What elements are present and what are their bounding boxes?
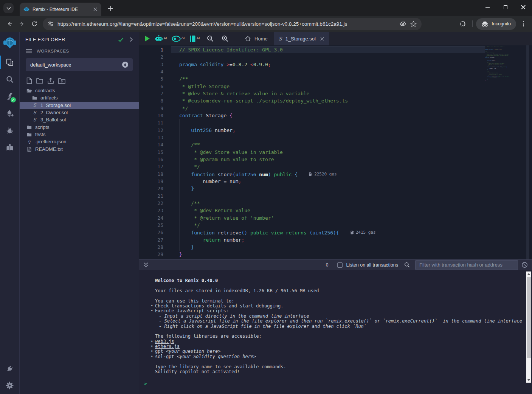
terminal-line [139,359,532,364]
code-line: uint256 number; [171,127,485,134]
terminal-line: •web3.js [139,339,532,344]
terminal-prompt[interactable]: > [139,381,532,386]
code-line: * @dev Store & retrieve value in a varia… [171,90,485,97]
indent-guide [179,134,180,141]
workspace-switch-icon [122,62,128,68]
gas-estimate: 2415 gas [351,229,376,236]
upload-file-button[interactable] [47,78,54,84]
new-folder-button[interactable] [36,78,43,84]
workspace-select[interactable]: default_workspace [26,58,133,71]
transaction-filter-input[interactable] [415,260,518,270]
file-tree-label: scripts [35,124,50,130]
maximize-button[interactable] [496,0,514,14]
clear-console-button[interactable] [521,262,528,268]
terminal-search-icon[interactable] [404,262,410,268]
tab-close-button[interactable] [93,7,98,11]
sidebar-item-search[interactable] [0,71,20,88]
remixai-assistant-button[interactable]: AI [155,35,167,42]
zoom-out-button[interactable] [207,35,214,42]
file-tree-item[interactable]: README.txt [20,145,139,152]
code-line: * @title Storage [171,83,485,90]
sidebar-item-deploy-and-run[interactable] [0,105,20,122]
close-tab-icon[interactable] [320,37,324,40]
file-tree-item[interactable]: artifacts [20,94,139,101]
terminal-line [139,329,532,334]
ai-label: AI [164,36,167,42]
indent-guide [179,236,180,244]
bookmark-star-icon[interactable] [410,21,417,27]
code-area[interactable]: // SPDX-License-Identifier: GPL-3.0pragm… [171,45,485,259]
url-text[interactable]: https://remix.ethereum.org/#lang=en&opti… [57,21,396,27]
file-tree-item[interactable]: tests [20,131,139,138]
editor-minimap[interactable]: // SPDX-License-Identifier: GPL-3.0pragm… [485,47,509,81]
file-tree-item[interactable]: S2_Owner.sol [20,109,139,116]
code-editor[interactable]: 1234567891011121314151617181920212223242… [139,45,532,259]
remixai-copilot-toggle[interactable]: AI [172,36,185,42]
minimize-button[interactable] [479,0,496,14]
remixai-docs-button[interactable]: AI [189,35,200,42]
plug-icon [6,365,14,373]
remix-logo[interactable] [0,32,20,54]
scroll-up-arrow[interactable] [526,271,531,276]
workspaces-label: WORKSPACES [37,49,69,53]
browser-tab[interactable]: Remix - Ethereum IDE [20,3,101,16]
minimize-icon [485,7,490,8]
browser-chrome: Remix - Ethereum IDE https://re [0,0,532,32]
close-icon [521,5,526,9]
terminal[interactable]: Welcome to Remix 0.48.0Your files are st… [139,270,532,394]
incognito-badge: Incognito [476,18,516,30]
sidebar-item-learneth[interactable] [0,139,20,156]
file-tree-label: artifacts [40,95,58,101]
listen-all-transactions-checkbox[interactable] [337,262,343,268]
sidebar-item-debugger[interactable] [0,122,20,139]
file-tree-item[interactable]: {}.prettierrc.json [20,138,139,145]
forward-button[interactable] [16,18,28,30]
file-tree-item[interactable]: scripts [20,123,139,130]
run-script-button[interactable] [145,36,150,42]
workspaces-menu-icon[interactable] [26,49,32,53]
upload-folder-button[interactable] [58,78,65,84]
file-tree-label: .prettierrc.json [35,139,66,144]
indent-guide [179,141,180,148]
sidebar-item-file-explorer[interactable] [0,54,20,71]
file-tree-item[interactable]: S1_Storage.sol [20,102,139,109]
sidebar-item-solidity-compiler[interactable]: ✓ [0,88,20,105]
collapse-terminal-button[interactable] [143,262,149,268]
tab-1-storage-sol[interactable]: S 1_Storage.sol [274,32,329,45]
back-icon [6,21,12,27]
back-button[interactable] [3,18,16,30]
terminal-link[interactable]: web3.js [155,339,174,344]
scrollbar-thumb[interactable] [527,277,531,358]
ai-robot-icon [155,35,163,42]
file-tree: contractsartifactsS1_Storage.solS2_Owner… [20,87,139,153]
sidebar-item-plugin-manager[interactable] [0,360,20,377]
file-tree-item[interactable]: S3_Ballot.sol [20,116,139,123]
terminal-line [139,283,532,288]
terminal-line: •sol-gpt <your Solidity question here> [139,354,532,359]
maximize-icon [504,5,507,9]
line-number: 28 [139,244,171,251]
scroll-down-arrow[interactable] [526,378,531,383]
terminal-scrollbar[interactable] [526,271,531,383]
chevron-right-icon[interactable] [130,37,133,42]
file-tree-item[interactable]: contracts [20,87,139,94]
sidebar-item-settings[interactable] [0,377,20,394]
new-tab-button[interactable] [106,4,115,13]
url-bar[interactable]: https://remix.ethereum.org/#lang=en&opti… [43,18,422,30]
eye-slash-icon[interactable] [399,21,406,27]
new-file-button[interactable] [26,78,32,84]
browser-menu-button[interactable] [518,18,529,29]
terminal-output: Welcome to Remix 0.48.0Your files are st… [139,278,532,374]
remix-favicon-icon [23,6,29,12]
tab-search-button[interactable] [3,3,14,13]
search-icon [6,75,14,84]
terminal-link[interactable]: ethers.js [155,344,180,349]
tab-home[interactable]: Home [239,32,274,45]
reload-button[interactable] [28,18,40,30]
indent-guide [179,171,180,178]
zoom-in-button[interactable] [222,35,228,42]
close-button[interactable] [514,0,532,14]
editor-scrollbar[interactable] [526,45,529,259]
extensions-button[interactable] [456,18,469,30]
terminal-line: - Right click on a JavaScript file in th… [139,324,532,329]
